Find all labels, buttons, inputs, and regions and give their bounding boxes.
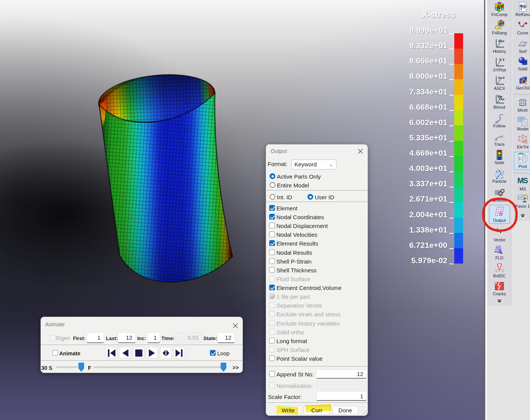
svg-text:Hist: Hist [498,39,504,43]
svg-text:X Y: X Y [499,58,505,62]
svg-text:Ascii: Ascii [497,76,505,80]
svg-text:MS: MS [517,176,528,185]
svg-text:Out: Out [499,97,504,101]
